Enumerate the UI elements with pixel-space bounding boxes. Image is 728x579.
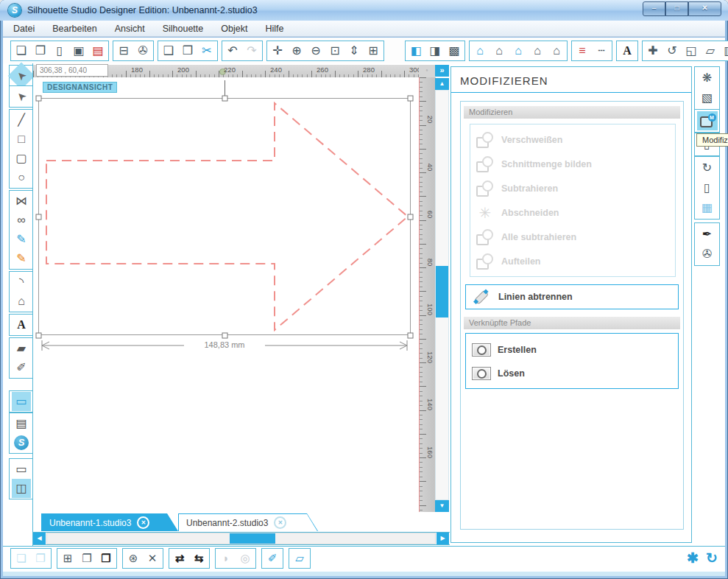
trace-panel-button[interactable]: ❋ — [697, 69, 718, 88]
maximize-button[interactable]: □ — [665, 1, 688, 16]
shape-points-icon[interactable]: ⌂ — [510, 43, 526, 59]
knife-tool[interactable]: ✐ — [12, 358, 31, 377]
tab-unbenannt-1-studio3[interactable]: Unbenannt-1.studio3✕ — [41, 513, 178, 531]
tab-close-icon[interactable]: ✕ — [274, 516, 286, 529]
weld-quick-icon[interactable]: ◗ — [218, 550, 234, 566]
titlebar[interactable]: S Silhouette Studio Designer Edition: Un… — [0, 0, 728, 21]
scroll-right-button[interactable]: ▶ — [437, 533, 449, 544]
delete-icon[interactable]: ✕ — [144, 550, 160, 566]
cut-icon[interactable]: ✂ — [199, 43, 215, 59]
regular-polygon-tool[interactable]: ⌂ — [12, 292, 31, 311]
text-style-icon[interactable]: A — [619, 43, 635, 59]
open-document-icon[interactable]: ❐ — [32, 43, 49, 59]
move-icon[interactable]: ✚ — [645, 43, 661, 59]
selection-box[interactable] — [39, 99, 411, 335]
rotate-page-button[interactable]: ↻ — [697, 158, 718, 178]
menu-hilfe[interactable]: Hilfe — [265, 24, 283, 34]
new-document-icon[interactable]: ❏ — [13, 43, 29, 59]
sync-icon[interactable]: ↻ — [706, 550, 718, 566]
panel-collapse-button[interactable]: » — [435, 65, 449, 77]
redo-icon[interactable]: ↷ — [244, 43, 260, 59]
ungroup-icon[interactable]: ❐ — [32, 550, 49, 566]
tab-close-icon[interactable]: ✕ — [137, 516, 149, 529]
print-icon[interactable]: ⊟ — [116, 43, 132, 59]
shape-offset-icon[interactable]: ⌂ — [548, 43, 565, 59]
menu-objekt[interactable]: Objekt — [221, 24, 247, 34]
single-pane-view[interactable]: ▭ — [12, 460, 31, 479]
eraser-tool[interactable]: ▰ — [12, 339, 31, 358]
menu-bearbeiten[interactable]: Bearbeiten — [52, 24, 96, 34]
library-view[interactable]: ▤ — [12, 414, 31, 433]
group-icon[interactable]: ❏ — [13, 550, 29, 566]
send-cut-button[interactable]: ✇ — [697, 245, 718, 264]
rounded-rectangle-tool[interactable]: ▢ — [12, 149, 31, 168]
paths-create-button[interactable]: Erstellen — [472, 338, 678, 362]
text-tool[interactable]: A — [12, 315, 31, 334]
paste-icon[interactable]: ❒ — [180, 43, 196, 59]
vertical-scroll-track[interactable] — [435, 90, 449, 500]
design-canvas[interactable]: DESIGNANSICHT 148,83 mm — [33, 77, 419, 512]
zoom-out-icon[interactable]: ⊖ — [308, 43, 324, 59]
shape-magnify-icon[interactable]: ⌂ — [529, 43, 545, 59]
fill-color-icon[interactable]: ◨ — [427, 43, 443, 59]
replicate-back-icon[interactable]: ⇄ — [172, 550, 188, 566]
copy-icon[interactable]: ❑ — [160, 43, 177, 59]
smooth-freehand-tool[interactable]: ✎ — [12, 249, 31, 268]
paint-tool-icon[interactable]: ✐ — [264, 550, 280, 566]
minimize-button[interactable]: – — [643, 1, 665, 16]
undo-icon[interactable]: ↶ — [225, 43, 241, 59]
bring-to-front-icon[interactable]: ❐ — [79, 550, 95, 566]
rotate-icon[interactable]: ↺ — [664, 43, 680, 59]
split-pane-view[interactable]: ◫ — [12, 479, 31, 498]
send-to-back-icon[interactable]: ❒ — [98, 550, 114, 566]
page-view[interactable]: ▭ — [12, 392, 31, 411]
menu-silhouette[interactable]: Silhouette — [163, 24, 204, 34]
modify-detach-lines-button[interactable]: Linien abtrennen — [465, 284, 679, 309]
fill-pattern-icon[interactable]: ▩ — [446, 43, 462, 59]
modify-panel-button[interactable]: M — [697, 111, 718, 130]
fit-to-page-icon[interactable]: ⊞ — [365, 43, 381, 59]
replicate-front-icon[interactable]: ⇆ — [191, 550, 207, 566]
zoom-in-icon[interactable]: ⊕ — [289, 43, 305, 59]
scroll-left-button[interactable]: ◀ — [33, 533, 46, 544]
zoom-selection-icon[interactable]: ⊡ — [327, 43, 343, 59]
marker-button[interactable]: ✒ — [697, 225, 718, 244]
page-border-button[interactable]: ▯ — [697, 178, 718, 197]
point-edit-tool[interactable]: ➤ — [8, 83, 35, 110]
shear-icon[interactable]: ▱ — [702, 43, 718, 59]
shape-shadow-icon[interactable]: ⌂ — [491, 43, 507, 59]
scroll-down-button[interactable]: ▼ — [435, 500, 449, 512]
freehand-tool[interactable]: ✎ — [12, 230, 31, 249]
page-setup-icon[interactable]: ▯ — [52, 43, 68, 59]
menu-datei[interactable]: Datei — [13, 24, 35, 34]
offset-quick-icon[interactable]: ◎ — [237, 550, 253, 566]
close-button[interactable]: ✕ — [688, 1, 721, 16]
arc-tool[interactable]: ◝ — [12, 273, 31, 292]
menu-ansicht[interactable]: Ansicht — [115, 24, 145, 34]
scale-icon[interactable]: ◱ — [683, 43, 699, 59]
line-color-icon[interactable]: ≡ — [574, 43, 590, 59]
save-to-sd-icon[interactable]: ▤ — [90, 43, 106, 59]
grid-settings-button[interactable]: ▦ — [697, 198, 718, 217]
flip-tool-icon[interactable]: ▱ — [291, 550, 308, 566]
scroll-up-button[interactable]: ▲ — [435, 78, 449, 90]
store-view[interactable]: S — [14, 435, 29, 450]
line-tool[interactable]: ╱ — [12, 110, 31, 130]
polygon-tool[interactable]: ⋈ — [12, 192, 31, 211]
group-objects-icon[interactable]: ⊛ — [125, 550, 141, 566]
zoom-drag-icon[interactable]: ⇕ — [346, 43, 362, 59]
curve-tool[interactable]: ∞ — [12, 211, 31, 230]
settings-gear-icon[interactable]: ✱ — [687, 550, 699, 566]
pattern-panel-button[interactable]: ▧ — [697, 88, 718, 108]
line-dash-icon[interactable]: ┄ — [593, 43, 609, 59]
selection-handles[interactable] — [36, 96, 413, 338]
pan-icon[interactable]: ✛ — [269, 43, 286, 59]
horizontal-scroll-thumb[interactable] — [230, 533, 275, 544]
send-to-silhouette-icon[interactable]: ✇ — [135, 43, 151, 59]
align-icon[interactable]: ▥ — [721, 43, 728, 59]
arrow-shape[interactable] — [46, 103, 408, 330]
shape-fill-icon[interactable]: ⌂ — [472, 43, 488, 59]
ellipse-tool[interactable]: ○ — [12, 168, 31, 187]
fill-eyedropper-icon[interactable]: ◧ — [408, 43, 424, 59]
tab-unbenannt-2-studio3[interactable]: Unbenannt-2.studio3✕ — [178, 513, 318, 531]
